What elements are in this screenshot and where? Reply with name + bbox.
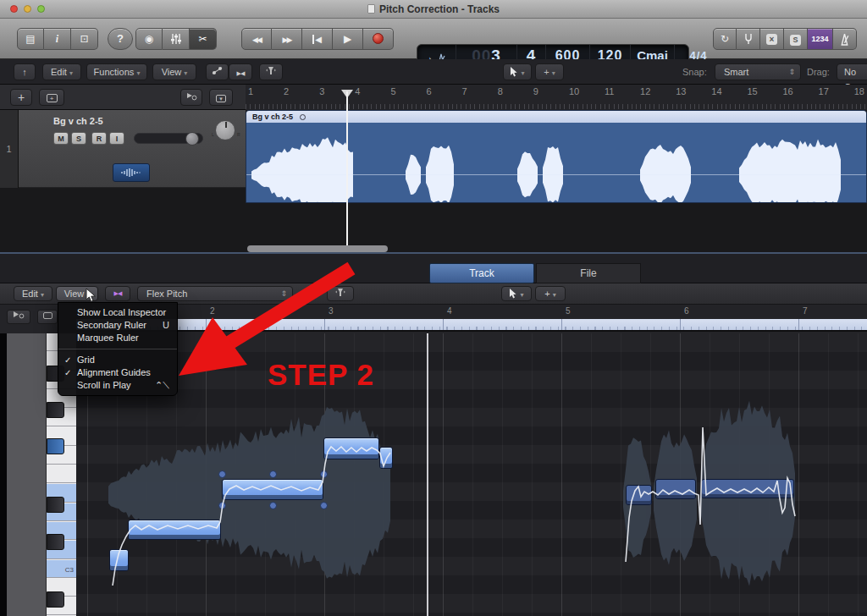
menu-item-grid[interactable]: ✓Grid [58, 354, 177, 366]
editor-ruler-bars[interactable]: 1234567 [76, 305, 867, 319]
editor-playhead[interactable] [427, 333, 428, 616]
note-edit-handle[interactable] [269, 470, 277, 478]
note-edit-handle[interactable] [218, 470, 226, 478]
input-monitor-button[interactable]: I [109, 132, 124, 145]
region-waveform[interactable] [246, 123, 866, 203]
tab-file[interactable]: File [536, 263, 641, 283]
go-to-beginning-button[interactable]: ◀ [302, 28, 333, 50]
flex-bowtie-icon: ▶◀ [237, 70, 245, 76]
master-mute-button[interactable]: × [760, 28, 784, 50]
add-track-button[interactable]: + [10, 89, 32, 106]
quick-help-button[interactable]: ? [108, 28, 133, 50]
track-icon[interactable] [113, 163, 150, 182]
track-name[interactable]: Bg v ch 2-5 [53, 116, 103, 126]
note-edit-handle[interactable] [218, 502, 226, 509]
editor-grid[interactable] [76, 333, 867, 616]
menu-item-show-local-inspector[interactable]: Show Local Inspector [58, 306, 177, 319]
functions-menu-button[interactable]: Functions ▾ [86, 63, 147, 80]
flex-pitch-note-selected[interactable] [323, 437, 379, 459]
mute-button[interactable]: M [53, 132, 69, 145]
pointer-tool-button[interactable]: ▾ [503, 63, 532, 80]
editor-ruler-beats[interactable] [76, 319, 867, 332]
library-button[interactable]: ▤ [17, 28, 44, 50]
piano-white-key[interactable] [47, 465, 76, 483]
inspector-button[interactable]: i [44, 28, 71, 50]
forward-button[interactable]: ▶▶ [272, 28, 302, 50]
flex-button[interactable]: ▶◀ [229, 63, 252, 80]
snap-select[interactable]: Smart⇕ [715, 63, 801, 80]
up-arrow-icon: ↑ [22, 67, 27, 77]
region-header[interactable]: Bg v ch 2-5 [246, 111, 866, 123]
flex-pitch-note-selected[interactable] [379, 447, 393, 469]
pan-left-label: L [212, 132, 214, 137]
solo-button[interactable]: S [784, 28, 808, 50]
piano-black-key[interactable] [47, 534, 64, 550]
link-button[interactable] [37, 310, 58, 324]
media-browser-button[interactable]: ⊡ [71, 28, 98, 50]
duplicate-track-button[interactable]: + [39, 89, 64, 106]
editor-filter-button[interactable] [327, 286, 354, 301]
count-in-button[interactable]: 1234 [808, 28, 833, 50]
menu-item-scroll-in-play[interactable]: Scroll in Play⌃⟍ [58, 379, 177, 392]
flex-pitch-note[interactable] [701, 479, 794, 498]
menu-item-marquee-ruler[interactable]: Marquee Ruler [58, 332, 177, 344]
piano-black-key[interactable] [47, 497, 64, 513]
flex-pitch-note-selected[interactable] [109, 549, 129, 571]
pan-knob[interactable] [215, 120, 235, 140]
menu-item-alignment-guides[interactable]: ✓Alignment Guides [58, 366, 177, 379]
editor-tabstrip: Track File [0, 252, 867, 283]
note-edit-handle[interactable] [320, 470, 328, 478]
editors-button[interactable]: ✂ [190, 28, 217, 50]
tab-track[interactable]: Track [429, 263, 534, 283]
volume-slider[interactable] [134, 133, 203, 144]
editor-pointer-tool-button[interactable]: ▾ [501, 286, 532, 301]
document-icon [367, 4, 375, 14]
secondary-tool-button[interactable]: + ▾ [535, 63, 564, 80]
automation-button[interactable] [206, 63, 229, 80]
catch-icon [13, 311, 25, 319]
waveform-icon [120, 168, 142, 178]
hide-inspector-button[interactable]: ↑ [14, 63, 36, 80]
drag-select[interactable]: No Ov [837, 63, 867, 80]
editor-edit-menu-button[interactable]: Edit ▾ [14, 286, 52, 301]
note-edit-handle[interactable] [269, 502, 277, 509]
piano-black-key[interactable] [47, 438, 64, 454]
playhead[interactable] [346, 91, 348, 245]
flex-mode-select[interactable]: Flex Pitch⇕ [137, 286, 293, 301]
smart-controls-button[interactable]: ◉ [135, 28, 163, 50]
editor-playhead-marker[interactable] [421, 333, 434, 334]
record-enable-button[interactable]: R [91, 132, 107, 145]
play-button[interactable]: ▶ [333, 28, 363, 50]
cycle-button[interactable]: ↻ [713, 28, 737, 50]
piano-black-key[interactable] [47, 591, 64, 608]
track-sort-button[interactable] [180, 89, 202, 106]
horizontal-scrollbar[interactable] [247, 245, 388, 252]
editor-secondary-tool-button[interactable]: + ▾ [535, 286, 566, 301]
view-menu-button[interactable]: View ▾ [152, 63, 196, 80]
piano-white-key[interactable]: C3 [47, 560, 76, 578]
view-dropdown-menu[interactable]: Show Local InspectorSecondary RulerUMarq… [58, 302, 178, 396]
tuner-button[interactable] [737, 28, 760, 50]
volume-knob[interactable] [185, 132, 199, 146]
metronome-button[interactable] [833, 28, 857, 50]
piano-black-key[interactable] [47, 402, 64, 418]
chevron-down-icon: ▾ [136, 69, 140, 77]
audio-region[interactable]: Bg v ch 2-5 [246, 110, 867, 203]
track-header[interactable]: Bg v ch 2-5 M S R I L R [19, 110, 246, 188]
solo-track-button[interactable]: S [71, 132, 86, 145]
track-zoom-button[interactable]: ▾ [209, 89, 233, 106]
flex-pitch-note-selected[interactable] [128, 520, 221, 540]
editor-flex-button[interactable]: ▶◀ [105, 286, 130, 301]
catch-playhead-button[interactable] [7, 310, 30, 324]
note-edit-handle[interactable] [320, 502, 328, 509]
rewind-button[interactable]: ◀◀ [241, 28, 272, 50]
edit-menu-button[interactable]: Edit ▾ [42, 63, 81, 80]
menu-item-secondary-ruler[interactable]: Secondary RulerU [58, 319, 177, 332]
tracks-ruler[interactable]: 123456789101112131415161718 [246, 85, 867, 110]
flex-pitch-note[interactable] [655, 479, 696, 499]
flex-pitch-note-selected[interactable] [222, 479, 323, 500]
mixer-button[interactable] [163, 28, 190, 50]
midi-filter-button[interactable] [259, 63, 283, 80]
flex-pitch-note[interactable] [626, 485, 652, 505]
record-button[interactable] [363, 28, 394, 50]
